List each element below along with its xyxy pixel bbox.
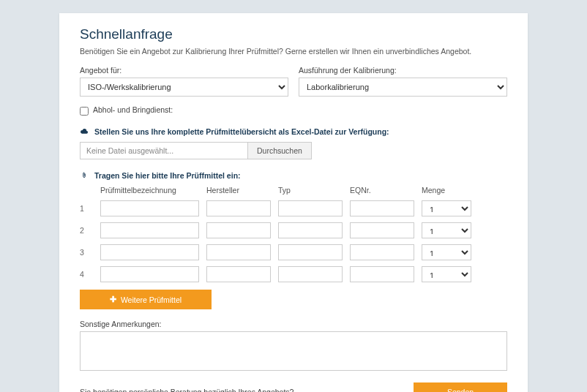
upload-heading: Stellen Sie uns Ihre komplette Prüfmitte… bbox=[94, 127, 389, 136]
browse-button[interactable]: Durchsuchen bbox=[248, 142, 312, 159]
angebot-label: Angebot für: bbox=[80, 66, 288, 75]
file-upload-row: Keine Datei ausgewählt... Durchsuchen bbox=[80, 142, 507, 159]
notes-textarea[interactable] bbox=[80, 331, 507, 371]
abhol-row: Abhol- und Bringdienst: bbox=[80, 105, 507, 117]
bezeichnung-input[interactable] bbox=[100, 244, 199, 260]
eqnr-input[interactable] bbox=[350, 244, 414, 260]
table-row: 41 bbox=[80, 266, 507, 282]
add-pruefmittel-button[interactable]: ✚ Weitere Prüfmittel bbox=[80, 290, 212, 309]
bezeichnung-input[interactable] bbox=[100, 200, 199, 216]
table-heading: Tragen Sie hier bitte Ihre Prüffmittel e… bbox=[94, 171, 241, 180]
table-header-row: Prüfmittelbezeichnung Hersteller Typ EQN… bbox=[80, 186, 507, 195]
hersteller-input[interactable] bbox=[206, 266, 271, 282]
top-selects-row: Angebot für: ISO-/Werkskalibrierung Ausf… bbox=[80, 66, 507, 97]
page-subtitle: Benötigen Sie ein Angebot zur Kalibrieru… bbox=[80, 47, 507, 56]
menge-select[interactable]: 1 bbox=[422, 244, 471, 260]
col-eqnr: EQNr. bbox=[350, 186, 414, 195]
cloud-icon bbox=[80, 127, 89, 136]
col-typ: Typ bbox=[278, 186, 343, 195]
form-footer: Sie benötigen persönliche Beratung bezüg… bbox=[80, 382, 507, 392]
ausfuehrung-label: Ausführung der Kalibrierung: bbox=[299, 66, 507, 75]
col-bezeichnung: Prüfmittelbezeichnung bbox=[100, 186, 199, 195]
abhol-checkbox[interactable] bbox=[80, 107, 89, 116]
typ-input[interactable] bbox=[278, 244, 343, 260]
plus-icon: ✚ bbox=[110, 295, 116, 304]
menge-select[interactable]: 1 bbox=[422, 266, 471, 282]
bezeichnung-input[interactable] bbox=[100, 222, 199, 238]
menge-select[interactable]: 1 bbox=[422, 222, 471, 238]
col-hersteller: Hersteller bbox=[206, 186, 271, 195]
notes-label: Sonstige Anmerkungen: bbox=[80, 320, 507, 328]
typ-input[interactable] bbox=[278, 266, 343, 282]
attachment-icon bbox=[80, 171, 89, 180]
row-number: 4 bbox=[80, 270, 93, 279]
hersteller-input[interactable] bbox=[206, 222, 271, 238]
eqnr-input[interactable] bbox=[350, 222, 414, 238]
page-title: Schnellanfrage bbox=[80, 26, 507, 42]
hersteller-input[interactable] bbox=[206, 244, 271, 260]
abhol-label: Abhol- und Bringdienst: bbox=[93, 105, 173, 114]
eqnr-input[interactable] bbox=[350, 266, 414, 282]
table-row: 31 bbox=[80, 244, 507, 260]
add-button-label: Weitere Prüfmittel bbox=[121, 295, 182, 304]
table-heading-row: Tragen Sie hier bitte Ihre Prüffmittel e… bbox=[80, 171, 507, 180]
file-name-display[interactable]: Keine Datei ausgewählt... bbox=[80, 142, 248, 159]
typ-input[interactable] bbox=[278, 200, 343, 216]
col-menge: Menge bbox=[422, 186, 471, 195]
help-text: Sie benötigen persönliche Beratung bezüg… bbox=[80, 388, 294, 392]
row-number: 3 bbox=[80, 248, 93, 257]
angebot-select[interactable]: ISO-/Werkskalibrierung bbox=[80, 78, 288, 97]
eqnr-input[interactable] bbox=[350, 200, 414, 216]
row-number: 2 bbox=[80, 226, 93, 235]
ausfuehrung-select[interactable]: Laborkalibrierung bbox=[299, 78, 507, 97]
send-button[interactable]: Senden bbox=[414, 382, 507, 392]
menge-select[interactable]: 1 bbox=[422, 200, 471, 216]
typ-input[interactable] bbox=[278, 222, 343, 238]
bezeichnung-input[interactable] bbox=[100, 266, 199, 282]
table-row: 21 bbox=[80, 222, 507, 238]
pruefmittel-table: Prüfmittelbezeichnung Hersteller Typ EQN… bbox=[80, 186, 507, 282]
row-number: 1 bbox=[80, 204, 93, 213]
table-row: 11 bbox=[80, 200, 507, 216]
quick-request-form: Schnellanfrage Benötigen Sie ein Angebot… bbox=[59, 13, 528, 392]
upload-heading-row: Stellen Sie uns Ihre komplette Prüfmitte… bbox=[80, 127, 507, 136]
hersteller-input[interactable] bbox=[206, 200, 271, 216]
